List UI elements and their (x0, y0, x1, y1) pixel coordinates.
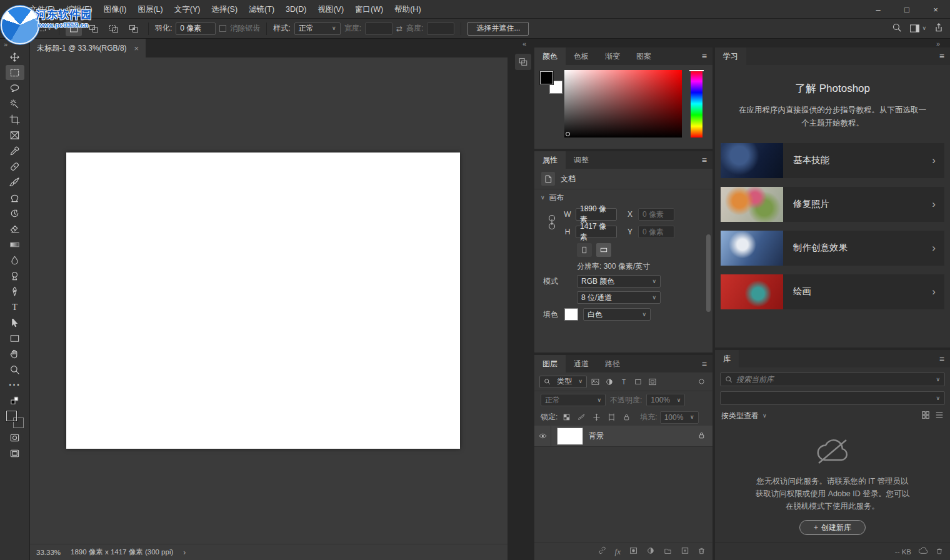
feather-input[interactable]: 0 像素 (176, 22, 216, 35)
lock-all-icon[interactable] (620, 411, 632, 424)
screen-mode-button[interactable] (6, 446, 24, 461)
panel-menu-icon[interactable]: ≡ (702, 48, 707, 65)
menu-type[interactable]: 文字(Y) (169, 0, 206, 19)
crop-tool[interactable] (6, 112, 24, 127)
tab-paths[interactable]: 路径 (597, 355, 628, 372)
hue-slider[interactable] (691, 70, 702, 138)
antialias-checkbox[interactable] (219, 25, 226, 32)
panel-menu-icon[interactable]: ≡ (939, 48, 944, 65)
select-and-mask-button[interactable]: 选择并遮住... (468, 22, 529, 36)
rectangle-tool[interactable] (6, 331, 24, 346)
zoom-level[interactable]: 33.33% (36, 549, 61, 556)
collapse-right-dock-icon[interactable]: » (936, 40, 940, 48)
layer-visibility-toggle[interactable] (534, 426, 551, 446)
filter-pixel-layers-icon[interactable] (589, 376, 601, 388)
workspace-switcher[interactable]: ∨ (909, 24, 926, 33)
height-input[interactable] (427, 22, 454, 35)
new-group-icon[interactable] (663, 546, 672, 558)
foreground-color-swatch[interactable] (540, 71, 553, 84)
new-layer-icon[interactable] (681, 546, 689, 558)
tab-learn[interactable]: 学习 (715, 48, 746, 65)
tab-patterns[interactable]: 图案 (628, 48, 659, 65)
lock-pixels-icon[interactable] (575, 411, 588, 424)
list-view-icon[interactable] (935, 411, 944, 421)
minimize-button[interactable]: – (864, 0, 892, 19)
eyedropper-tool[interactable] (6, 143, 24, 158)
landscape-orientation-button[interactable] (596, 243, 611, 257)
layer-thumbnail[interactable] (557, 428, 583, 445)
blur-tool[interactable] (6, 252, 24, 268)
lock-position-icon[interactable] (590, 411, 602, 424)
learn-card-basic-skills[interactable]: 基本技能 › (721, 143, 944, 178)
canvas-section-header[interactable]: ∨ 画布 (534, 189, 712, 206)
filter-adjustment-layers-icon[interactable] (603, 376, 616, 388)
maximize-button[interactable]: □ (892, 0, 921, 19)
panel-menu-icon[interactable]: ≡ (702, 151, 707, 169)
tab-libraries[interactable]: 库 (715, 350, 739, 368)
magic-wand-tool[interactable] (6, 96, 24, 111)
style-select[interactable]: 正常∨ (294, 22, 341, 35)
filter-toggle-icon[interactable] (695, 376, 708, 388)
canvas-fill-swatch[interactable] (564, 308, 578, 321)
properties-scrollbar[interactable] (706, 191, 711, 346)
panel-menu-icon[interactable]: ≡ (702, 355, 707, 372)
share-icon[interactable] (934, 22, 944, 34)
lock-transparency-icon[interactable] (560, 411, 572, 424)
color-mode-select[interactable]: RGB 颜色∨ (577, 275, 661, 288)
lasso-tool[interactable] (6, 81, 24, 96)
panel-menu-icon[interactable]: ≡ (939, 350, 944, 368)
foreground-color-swatch[interactable] (6, 411, 17, 421)
grid-view-icon[interactable] (921, 411, 930, 421)
width-input[interactable] (365, 22, 392, 35)
layer-lock-icon[interactable] (698, 431, 706, 442)
swap-dimensions-icon[interactable]: ⇄ (396, 24, 402, 33)
status-options-icon[interactable]: › (183, 549, 186, 556)
tab-properties[interactable]: 属性 (534, 151, 566, 169)
frame-tool[interactable] (6, 128, 24, 142)
pen-tool[interactable] (6, 284, 24, 299)
bit-depth-select[interactable]: 8 位/通道∨ (577, 291, 661, 304)
saturation-brightness-field[interactable] (564, 70, 682, 138)
cloud-sync-icon[interactable] (918, 547, 929, 556)
type-tool[interactable]: T (6, 299, 24, 314)
path-selection-tool[interactable] (6, 315, 24, 330)
history-brush-tool[interactable] (6, 206, 24, 221)
rectangular-marquee-tool[interactable] (6, 65, 24, 80)
move-tool[interactable] (6, 49, 24, 64)
search-icon[interactable] (892, 22, 902, 34)
add-layer-mask-icon[interactable] (629, 546, 638, 558)
layer-row-background[interactable]: 背景 (534, 426, 712, 447)
fill-opacity-select[interactable]: 100%∨ (660, 411, 699, 424)
layer-filter-type-select[interactable]: 类型 ∨ (539, 376, 587, 388)
color-cursor[interactable] (566, 132, 570, 136)
tab-swatches[interactable]: 色板 (566, 48, 597, 65)
tab-color[interactable]: 颜色 (534, 48, 566, 65)
adjustment-layer-icon[interactable] (646, 546, 655, 558)
blend-mode-select[interactable]: 正常∨ (541, 394, 606, 406)
collapse-dock-icon[interactable]: « (522, 40, 526, 48)
menu-filter[interactable]: 滤镜(T) (243, 0, 280, 19)
library-select[interactable]: ∨ (720, 391, 945, 405)
hand-tool[interactable] (6, 346, 24, 361)
zoom-tool[interactable] (6, 362, 24, 377)
menu-image[interactable]: 图像(I) (98, 0, 132, 19)
subtract-selection-mode-button[interactable] (106, 21, 122, 36)
collapsed-panel-icon[interactable] (515, 54, 531, 70)
menu-3d[interactable]: 3D(D) (280, 0, 312, 19)
tab-adjustments[interactable]: 调整 (566, 151, 597, 169)
tab-channels[interactable]: 通道 (566, 355, 597, 372)
filter-smart-objects-icon[interactable] (646, 376, 659, 388)
learn-card-creative-effects[interactable]: 制作创意效果 › (721, 231, 944, 266)
document-canvas[interactable] (66, 152, 460, 449)
tab-gradients[interactable]: 渐变 (597, 48, 628, 65)
brush-tool[interactable] (6, 174, 24, 189)
view-by-type-select[interactable]: 按类型查看 (721, 411, 759, 421)
intersect-selection-mode-button[interactable] (126, 21, 142, 36)
edit-toolbar-button[interactable]: ··· (6, 378, 24, 392)
menu-window[interactable]: 窗口(W) (349, 0, 389, 19)
menu-select[interactable]: 选择(S) (206, 0, 243, 19)
close-button[interactable]: × (921, 0, 950, 19)
library-search-input[interactable]: 搜索当前库 ∨ (720, 372, 945, 386)
hue-slider-handle[interactable] (689, 70, 704, 71)
default-colors-icon[interactable] (6, 393, 24, 408)
